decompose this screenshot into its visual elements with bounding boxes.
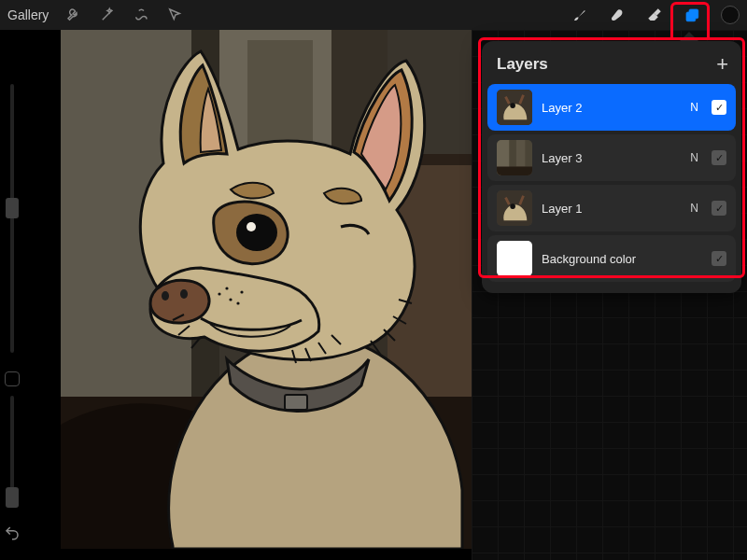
layer-row[interactable]: Background color — [487, 235, 736, 282]
layer-name: Background color — [542, 252, 689, 266]
smudge-icon[interactable] — [609, 7, 626, 23]
eraser-icon[interactable] — [646, 7, 663, 23]
layer-name: Layer 1 — [542, 202, 681, 216]
svg-rect-25 — [516, 140, 526, 167]
layer-thumbnail — [497, 241, 532, 276]
layers-panel: Layers + Layer 2 N Layer 3 N Layer 1 N B… — [482, 41, 741, 293]
layer-name: Layer 2 — [542, 101, 681, 115]
svg-point-17 — [225, 287, 228, 289]
color-swatch[interactable] — [721, 6, 740, 24]
blend-mode-letter[interactable]: N — [690, 151, 698, 164]
svg-point-10 — [236, 214, 277, 251]
layer-name: Layer 3 — [542, 151, 681, 165]
layer-row[interactable]: Layer 1 N — [487, 185, 736, 231]
artwork-dog-illustration — [61, 23, 472, 549]
blend-mode-letter[interactable]: N — [690, 101, 698, 114]
svg-point-12 — [162, 291, 169, 301]
right-tool-group — [571, 6, 740, 24]
add-layer-button[interactable]: + — [716, 54, 728, 75]
svg-point-14 — [218, 292, 220, 295]
svg-point-13 — [180, 289, 188, 299]
layer-visibility-checkbox[interactable] — [712, 100, 726, 115]
brush-icon[interactable] — [571, 7, 588, 23]
canvas[interactable] — [61, 23, 472, 549]
svg-point-11 — [247, 222, 256, 231]
gallery-button[interactable]: Gallery — [7, 7, 49, 22]
layers-panel-title: Layers — [497, 55, 548, 74]
layer-visibility-checkbox[interactable] — [712, 201, 726, 216]
left-tool-group — [65, 7, 183, 23]
modifier-button[interactable] — [5, 371, 20, 386]
layer-thumbnail — [497, 90, 532, 125]
svg-point-28 — [510, 203, 515, 209]
opacity-slider[interactable] — [10, 396, 14, 508]
blend-mode-letter[interactable]: N — [690, 202, 698, 215]
brush-size-handle[interactable] — [6, 198, 19, 218]
layers-icon[interactable] — [684, 7, 700, 23]
layer-row[interactable]: Layer 3 N — [487, 134, 736, 181]
opacity-handle[interactable] — [6, 487, 19, 508]
top-toolbar: Gallery — [0, 0, 747, 30]
left-sidebar — [2, 37, 22, 541]
svg-rect-20 — [689, 9, 698, 19]
svg-rect-9 — [285, 395, 307, 410]
brush-size-slider[interactable] — [10, 84, 14, 353]
layer-visibility-checkbox[interactable] — [712, 251, 726, 266]
layer-thumbnail — [497, 140, 532, 175]
wand-icon[interactable] — [99, 7, 116, 23]
svg-point-16 — [240, 290, 243, 293]
cursor-icon[interactable] — [166, 7, 183, 23]
layers-panel-header: Layers + — [482, 41, 741, 84]
select-icon[interactable] — [133, 7, 149, 23]
svg-point-15 — [229, 298, 232, 301]
svg-point-18 — [236, 301, 239, 304]
layer-visibility-checkbox[interactable] — [712, 150, 726, 165]
undo-icon[interactable] — [4, 525, 21, 541]
wrench-icon[interactable] — [65, 7, 82, 23]
layer-row[interactable]: Layer 2 N — [487, 84, 736, 131]
svg-point-22 — [510, 103, 515, 108]
layer-thumbnail — [497, 190, 532, 226]
svg-rect-26 — [497, 167, 532, 176]
